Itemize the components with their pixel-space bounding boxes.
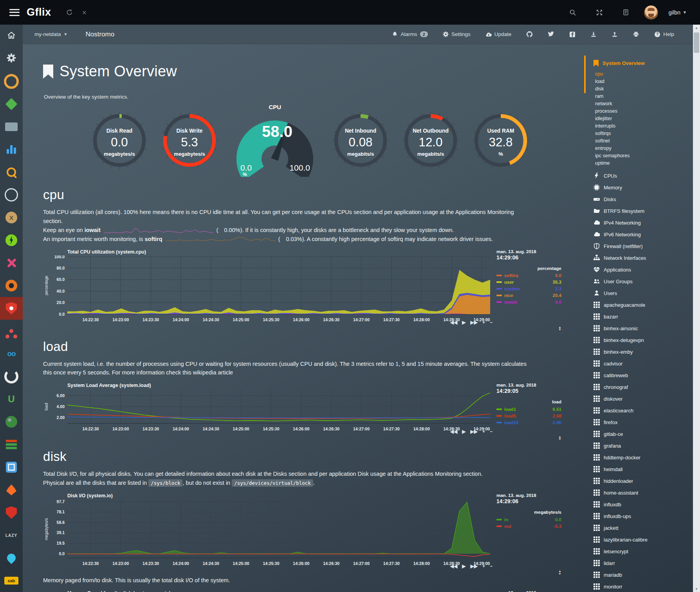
menu-section-cadvisor[interactable]: cadvisor xyxy=(594,358,700,369)
legend-row-nice[interactable]: nice20.4 xyxy=(496,292,562,299)
update-button[interactable]: Update xyxy=(485,31,512,37)
menu-section-network-interfaces[interactable]: Network Interfaces xyxy=(594,252,700,264)
menu-section-applications[interactable]: Applications xyxy=(594,264,700,275)
menu-item-idlejitter[interactable]: idlejitter xyxy=(595,115,700,122)
pan-forward-button[interactable]: ▶▶ xyxy=(471,320,478,325)
app-tab-12[interactable] xyxy=(0,297,23,320)
menu-section-mariadb[interactable]: mariadb xyxy=(594,569,700,581)
app-tab-4[interactable] xyxy=(0,115,23,138)
app-tab-16[interactable]: U xyxy=(0,388,23,410)
pan-backward-button[interactable]: ◀◀ xyxy=(450,563,457,569)
pan-forward-button[interactable]: ▶▶ xyxy=(471,429,478,434)
server-dropdown[interactable]: my-netdata ▼ xyxy=(34,31,67,37)
menu-section-influxdb-ups[interactable]: influxdb-ups xyxy=(594,510,700,522)
app-tab-23[interactable] xyxy=(0,547,23,569)
menu-section-ipv4-networking[interactable]: IPv4 Networking xyxy=(594,217,700,229)
alarms-button[interactable]: Alarms 2 xyxy=(392,31,428,37)
menu-section-diskover[interactable]: diskover xyxy=(594,393,700,405)
app-tab-11[interactable] xyxy=(0,274,23,297)
zoom-in-button[interactable]: + xyxy=(482,563,485,569)
menu-section-chronograf[interactable]: chronograf xyxy=(594,381,700,393)
legend-row-user[interactable]: user35.3 xyxy=(496,279,562,286)
app-tab-14[interactable]: oo xyxy=(0,342,23,365)
menu-section-home-assistant[interactable]: home-assistant xyxy=(594,487,700,498)
chart-resize-handle[interactable]: ▲▼ xyxy=(558,570,561,575)
print-button[interactable] xyxy=(633,31,639,38)
search-icon[interactable] xyxy=(569,9,576,16)
menu-item-cpu[interactable]: cpu xyxy=(595,70,700,77)
zoom-in-button[interactable]: + xyxy=(482,320,485,325)
menu-item-interrupts[interactable]: interrupts xyxy=(595,122,700,130)
home-tab[interactable] xyxy=(0,25,23,47)
legend-row-softirq[interactable]: softirq0.0 xyxy=(496,272,562,279)
legend-row-load5[interactable]: load52.68 xyxy=(496,412,562,419)
menu-section-firewall-netfilter-[interactable]: Firewall (netfilter) xyxy=(594,240,700,252)
menu-section-user-groups[interactable]: User Groups xyxy=(594,275,700,287)
chart-system-load[interactable]: System Load Average (system.load)2.004.0… xyxy=(43,383,577,435)
menu-section-system-overview[interactable]: System Overview xyxy=(594,57,700,69)
gauge-cpu[interactable]: CPU58.00.0100.0% xyxy=(230,104,319,177)
menu-section-hddtemp-docker[interactable]: hddtemp-docker xyxy=(594,452,700,463)
menu-section-bazarr[interactable]: bazarr xyxy=(594,311,700,322)
menu-section-memory[interactable]: Memory xyxy=(594,182,700,193)
gauge-used-ram[interactable]: Used RAM32.8% xyxy=(471,111,530,170)
gauge-disk-write[interactable]: Disk Write5.3megabytes/s xyxy=(160,111,219,170)
github-button[interactable] xyxy=(526,31,533,38)
user-avatar[interactable] xyxy=(644,5,658,20)
app-tab-6[interactable] xyxy=(0,161,23,184)
zoom-in-button[interactable]: + xyxy=(482,429,485,434)
app-tab-18[interactable] xyxy=(0,433,23,456)
menu-section-gitlab-ce[interactable]: gitlab-ce xyxy=(594,428,700,440)
pan-backward-button[interactable]: ◀◀ xyxy=(450,429,457,434)
changelog-icon[interactable] xyxy=(622,9,629,16)
menu-item-disk[interactable]: disk xyxy=(595,85,700,92)
menu-section-lazylibrarian-calibre[interactable]: lazylibrarian-calibre xyxy=(594,534,700,545)
close-tab-icon[interactable]: × xyxy=(82,9,87,16)
twitter-button[interactable] xyxy=(548,31,554,37)
menu-item-softnet[interactable]: softnet xyxy=(595,137,700,144)
menu-section-letsencrypt[interactable]: letsencrypt xyxy=(594,545,700,557)
menu-item-ram[interactable]: ram xyxy=(595,92,700,100)
pan-backward-button[interactable]: ◀◀ xyxy=(450,320,457,325)
menu-section-ipv6-networking[interactable]: IPv6 Networking xyxy=(594,229,700,240)
menu-section-jackett[interactable]: jackett xyxy=(594,522,700,534)
settings-tab[interactable] xyxy=(0,47,23,70)
scrollbar-thumb[interactable] xyxy=(694,32,699,53)
pan-forward-button[interactable]: ▶▶ xyxy=(471,563,478,569)
hamburger-menu-icon[interactable] xyxy=(9,9,20,16)
legend-row-iowait[interactable]: iowait0.0 xyxy=(496,299,562,306)
legend-row-load15[interactable]: load152.06 xyxy=(496,419,562,426)
legend-row-out[interactable]: out-5.3 xyxy=(496,523,562,529)
chart-resize-handle[interactable]: ▲▼ xyxy=(558,436,561,441)
menu-item-softirqs[interactable]: softirqs xyxy=(595,130,700,137)
app-tab-22[interactable]: LAZY xyxy=(0,524,23,547)
menu-section-grafana[interactable]: grafana xyxy=(594,440,700,452)
legend-row-load1[interactable]: load16.51 xyxy=(496,406,562,412)
app-tab-24[interactable]: sab xyxy=(0,569,23,592)
play-button[interactable]: ▶ xyxy=(462,429,465,434)
menu-section-heimdall[interactable]: heimdall xyxy=(594,463,700,475)
settings-button[interactable]: Settings xyxy=(443,31,471,37)
export-snapshot-button[interactable] xyxy=(590,31,597,38)
play-button[interactable]: ▶ xyxy=(462,563,465,569)
app-tab-3[interactable] xyxy=(0,93,23,115)
refresh-icon[interactable] xyxy=(66,9,73,16)
menu-section-influxdb[interactable]: influxdb xyxy=(594,498,700,510)
menu-item-entropy[interactable]: entropy xyxy=(595,144,700,152)
app-tab-20[interactable] xyxy=(0,479,23,501)
wikipedia-link[interactable]: wikipedia article xyxy=(193,369,233,376)
menu-item-ipc-semaphores[interactable]: ipc semaphores xyxy=(595,152,700,159)
app-tab-8[interactable]: X xyxy=(0,206,23,229)
scrollbar-down-arrow[interactable]: ▼ xyxy=(693,586,700,592)
menu-section-binhex-airsonic[interactable]: binhex-airsonic xyxy=(594,322,700,334)
scrollbar-up-arrow[interactable]: ▲ xyxy=(693,25,700,31)
menu-section-users[interactable]: Users xyxy=(594,287,700,299)
menu-section-cpus[interactable]: CPUs xyxy=(594,170,700,182)
fullscreen-icon[interactable] xyxy=(596,9,603,16)
menu-section-hiddenloader[interactable]: hiddenloader xyxy=(594,475,700,487)
menu-item-network[interactable]: network xyxy=(595,100,700,107)
gauge-net-inbound[interactable]: Net Inbound0.08megabits/s xyxy=(331,111,390,170)
app-tab-7[interactable] xyxy=(0,184,23,206)
chart-system-cpu[interactable]: Total CPU utilization (system.cpu)0.020.… xyxy=(43,249,577,326)
menu-section-calibreweb[interactable]: calibreweb xyxy=(594,369,700,381)
